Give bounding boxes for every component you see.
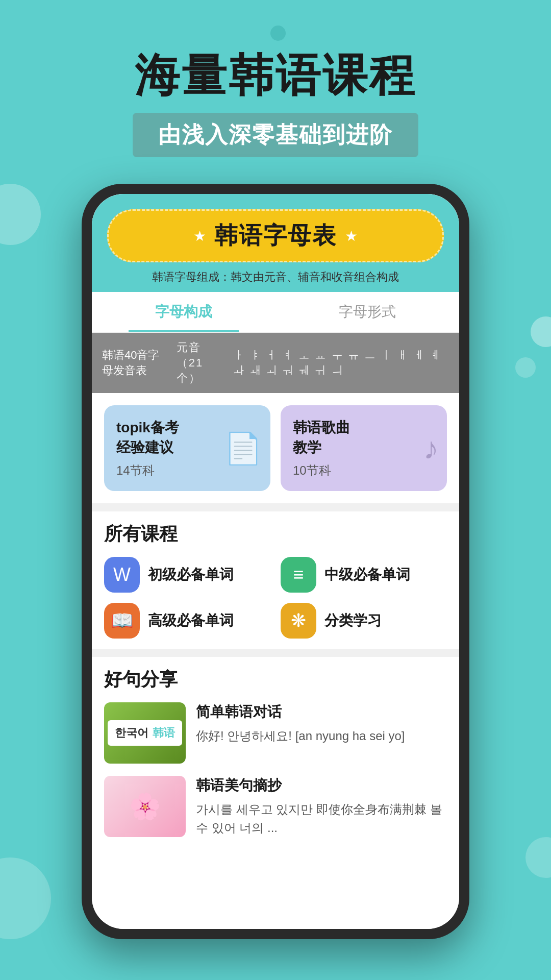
sentence-item-2[interactable]: 🌸 韩语美句摘抄 가시를 세우고 있지만 即使你全身布满荆棘 볼 수 있어 너의…	[104, 776, 447, 837]
sentence-title-1: 简单韩语对话	[196, 702, 447, 722]
course-card-song-count: 10节科	[293, 462, 435, 479]
course-name-classified: 分类学习	[324, 611, 382, 630]
alphabet-title-box: ★ 韩语字母表 ★	[107, 209, 444, 262]
course-icon-beginner: W	[104, 557, 140, 593]
deco-circle-right1	[531, 316, 551, 347]
sentence-item-1[interactable]: 한국어 韩语 简单韩语对话 你好! 안녕하세요! [an nyung ha se…	[104, 702, 447, 764]
course-item-beginner[interactable]: W 初级必备单词	[104, 557, 270, 593]
course-item-intermediate[interactable]: ≡ 中级必备单词	[281, 557, 447, 593]
sentence-thumb-1: 한국어 韩语	[104, 702, 186, 764]
deco-circle-right2	[515, 357, 536, 378]
course-card-song[interactable]: 韩语歌曲教学 10节科 ♪	[281, 405, 447, 491]
pronunciation-bar: 韩语40音字母发音表 元音（21个） ㅏ ㅑ ㅓ ㅕ ㅗ ㅛ ㅜ ㅠ ㅡ ㅣ ㅐ…	[92, 333, 459, 393]
tab-composition[interactable]: 字母构成	[92, 292, 276, 332]
deco-circle-top	[270, 26, 286, 41]
thumb-text-chinese: 韩语	[153, 725, 175, 741]
deco-circle-bottom-left	[0, 857, 51, 939]
deco-circle-left	[0, 184, 41, 245]
star-left-icon: ★	[193, 228, 206, 244]
pron-label: 韩语40音字母发音表	[102, 348, 170, 378]
thumb-book: 한국어 韩语	[108, 720, 182, 746]
sentence-content-2: 韩语美句摘抄 가시를 세우고 있지만 即使你全身布满荆棘 볼 수 있어 너의 .…	[196, 776, 447, 837]
course-icon-advanced: 📖	[104, 603, 140, 639]
courses-grid: W 初级必备单词 ≡ 中级必备单词 📖	[104, 557, 447, 639]
divider-2	[92, 649, 459, 657]
doc-icon: 📄	[224, 430, 262, 467]
course-name-advanced: 高级必备单词	[148, 611, 234, 630]
sentence-title-2: 韩语美句摘抄	[196, 776, 447, 795]
phone-outer: ★ 韩语字母表 ★ 韩语字母组成：韩文由元音、辅音和收音组合构成 字母构成 字母…	[82, 184, 469, 939]
sentence-thumb-2: 🌸	[104, 776, 186, 837]
star-right-icon: ★	[345, 228, 358, 244]
all-courses-title: 所有课程	[104, 522, 447, 547]
course-name-intermediate: 中级必备单词	[324, 565, 410, 584]
course-card-song-title: 韩语歌曲教学	[293, 418, 435, 457]
pron-chars: ㅏ ㅑ ㅓ ㅕ ㅗ ㅛ ㅜ ㅠ ㅡ ㅣ ㅐ ㅔ ㅖ ㅘ ㅙ ㅚ ㅝ ㅞ ㅟ ㅢ	[233, 348, 449, 378]
sentence-text-1: 你好! 안녕하세요! [an nyung ha sei yo]	[196, 727, 447, 745]
pron-prefix: 元音（21个）	[177, 340, 227, 386]
course-card-topik[interactable]: topik备考经验建议 14节科 📄	[104, 405, 270, 491]
all-courses-section: 所有课程 W 初级必备单词 ≡ 中级必备单词	[92, 511, 459, 649]
phone-mockup: ★ 韩语字母表 ★ 韩语字母组成：韩文由元音、辅音和收音组合构成 字母构成 字母…	[82, 184, 469, 939]
phone-inner: ★ 韩语字母表 ★ 韩语字母组成：韩文由元音、辅音和收音组合构成 字母构成 字母…	[92, 194, 459, 929]
sentence-text-2: 가시를 세우고 있지만 即使你全身布满荆棘 볼 수 있어 너의 ...	[196, 800, 447, 837]
alphabet-subtitle: 韩语字母组成：韩文由元音、辅音和收音组合构成	[107, 270, 444, 292]
course-item-advanced[interactable]: 📖 高级必备单词	[104, 603, 270, 639]
course-item-classified[interactable]: ❋ 分类学习	[281, 603, 447, 639]
tab-form[interactable]: 字母形式	[276, 292, 459, 332]
course-name-beginner: 初级必备单词	[148, 565, 234, 584]
header-section: 海量韩语课程 由浅入深零基础到进阶	[0, 0, 551, 157]
thumb-cherry-bg: 🌸	[104, 776, 186, 837]
alphabet-title-text: 韩语字母表	[214, 220, 337, 252]
app-content: ★ 韩语字母表 ★ 韩语字母组成：韩文由元音、辅音和收音组合构成 字母构成 字母…	[92, 194, 459, 929]
sentences-section: 好句分享 한국어 韩语 简单韩语对话	[92, 657, 459, 860]
main-title: 海量韩语课程	[0, 51, 551, 101]
sentence-content-1: 简单韩语对话 你好! 안녕하세요! [an nyung ha sei yo]	[196, 702, 447, 745]
alphabet-card: ★ 韩语字母表 ★ 韩语字母组成：韩文由元音、辅音和收音组合构成	[92, 194, 459, 292]
thumb-text-korean: 한국어	[115, 725, 148, 741]
subtitle-banner: 由浅入深零基础到进阶	[133, 113, 418, 157]
thumb-korean-bg: 한국어 韩语	[104, 702, 186, 764]
divider-1	[92, 503, 459, 511]
course-icon-classified: ❋	[281, 603, 316, 639]
course-icon-intermediate: ≡	[281, 557, 316, 593]
featured-courses: topik备考经验建议 14节科 📄 韩语歌曲教学 10节科 ♪	[92, 393, 459, 503]
music-icon: ♪	[423, 431, 439, 466]
deco-circle-bottom-right	[525, 837, 551, 878]
tabs-row: 字母构成 字母形式	[92, 292, 459, 333]
sentences-title: 好句分享	[104, 667, 447, 692]
